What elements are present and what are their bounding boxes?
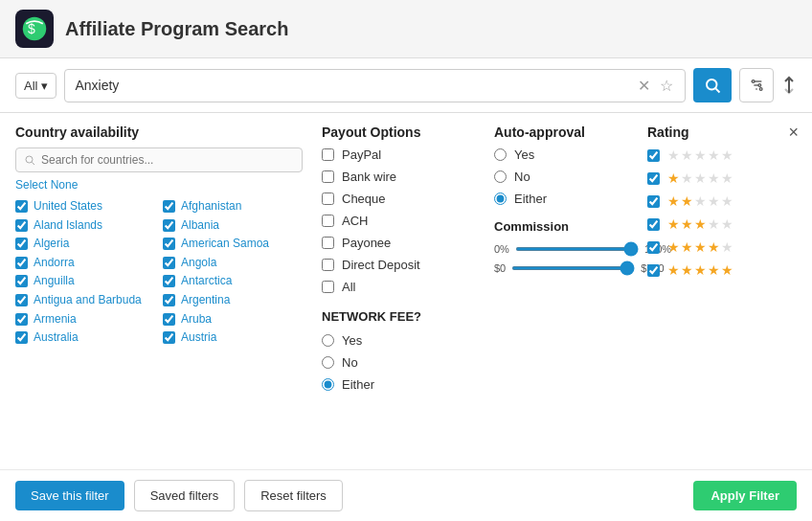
network-fee-radio[interactable] [322,378,334,391]
commission-dollar-slider[interactable] [511,266,635,270]
apply-filter-button[interactable]: Apply Filter [693,481,797,510]
payout-item: Payonee [322,236,475,250]
star-icon: ★ [721,193,733,209]
payout-label[interactable]: All [342,280,355,294]
payout-title: Payout Options [322,125,475,140]
saved-filters-button[interactable]: Saved filters [134,480,236,511]
country-label[interactable]: Afghanistan [181,199,241,215]
country-checkbox[interactable] [163,294,175,306]
network-fee-radio[interactable] [322,334,334,347]
auto-approval-radio[interactable] [494,193,507,205]
country-label[interactable]: Anguilla [34,274,75,289]
payout-label[interactable]: Bank wire [342,170,396,184]
country-label[interactable]: Argentina [181,293,230,308]
payout-checkbox[interactable] [322,281,334,293]
country-label[interactable]: Algeria [34,237,69,252]
star-icon: ★ [721,170,733,186]
network-fee-radio-label[interactable]: Either [342,377,374,392]
country-label[interactable]: Andorra [34,256,75,271]
payout-label[interactable]: PayPal [342,147,381,162]
network-fee-radio-label[interactable]: No [342,355,358,370]
country-item: Angola [163,256,303,271]
country-label[interactable]: Aruba [181,312,212,328]
rating-checkbox[interactable] [647,241,660,254]
commission-percent-slider[interactable] [515,247,639,251]
country-label[interactable]: Australia [34,330,79,346]
auto-approval-radio[interactable] [494,148,507,161]
country-checkbox[interactable] [15,238,28,250]
payout-label[interactable]: Payonee [342,236,391,250]
select-none-link[interactable]: Select None [15,178,303,192]
country-checkbox[interactable] [163,257,175,269]
search-category-dropdown[interactable]: All ▾ [15,73,56,99]
sort-button[interactable] [781,76,797,95]
auto-approval-radio-label[interactable]: No [514,170,530,184]
rating-section: Rating ★★★★★ ★★★★★ ★★★★★ ★★★★★ ★★★★★ ★★★… [647,125,772,458]
network-fee-section: NETWORK FEE? Yes No Either [322,309,475,392]
star-icon: ★ [667,170,680,186]
country-checkbox[interactable] [15,331,28,344]
close-button[interactable]: × [788,123,799,143]
rating-title: Rating [647,125,772,140]
clear-icon[interactable]: ✕ [636,75,652,97]
country-checkbox[interactable] [15,257,28,269]
save-filter-button[interactable]: Save this filter [15,481,124,510]
star-icon: ★ [681,216,693,232]
country-checkbox[interactable] [163,219,175,232]
payout-checkbox[interactable] [322,259,334,271]
country-label[interactable]: Aland Islands [34,218,102,234]
payout-checkbox[interactable] [322,215,334,227]
reset-filters-button[interactable]: Reset filters [244,480,343,511]
country-label[interactable]: American Samoa [181,237,269,252]
network-fee-radio-label[interactable]: Yes [342,333,362,348]
rating-checkbox[interactable] [647,218,660,231]
country-label[interactable]: United States [34,199,102,215]
country-checkbox[interactable] [15,219,28,232]
search-button[interactable] [693,68,732,102]
rating-checkbox[interactable] [647,172,660,185]
country-checkbox[interactable] [163,238,175,250]
country-checkbox[interactable] [163,313,175,326]
payout-checkbox[interactable] [322,170,334,183]
payout-checkbox[interactable] [322,193,334,205]
payout-checkbox[interactable] [322,148,334,161]
country-checkbox[interactable] [15,313,28,326]
country-item: Antarctica [163,274,303,289]
country-item: Aland Islands [15,218,155,234]
star-icon: ★ [694,262,707,278]
payout-label[interactable]: ACH [342,214,368,228]
auto-approval-radio[interactable] [494,170,507,183]
country-checkbox[interactable] [15,275,28,287]
payout-item: ACH [322,214,475,228]
star-icon: ★ [667,262,680,278]
rating-checkbox[interactable] [647,264,660,277]
star-icon: ★ [667,193,680,209]
search-input[interactable]: Anxiety [75,78,636,93]
country-label[interactable]: Antarctica [181,274,232,289]
country-checkbox[interactable] [15,200,28,213]
country-checkbox[interactable] [163,200,175,213]
network-fee-radio[interactable] [322,356,334,369]
star-icon: ★ [694,170,707,186]
country-label[interactable]: Austria [181,330,216,346]
auto-approval-radio-label[interactable]: Yes [514,147,534,162]
commission-percent-min: 0% [494,243,509,255]
country-label[interactable]: Antigua and Barbuda [34,293,142,308]
country-label[interactable]: Albania [181,218,219,234]
country-label[interactable]: Angola [181,256,216,271]
network-fee-title: NETWORK FEE? [322,309,475,324]
country-checkbox[interactable] [15,294,28,306]
payout-checkbox[interactable] [322,237,334,249]
auto-approval-radio-label[interactable]: Either [514,192,547,206]
rating-checkbox[interactable] [647,149,660,162]
payout-label[interactable]: Direct Deposit [342,258,420,272]
rating-checkbox[interactable] [647,195,660,208]
star-icon: ★ [681,170,693,186]
filter-settings-button[interactable] [739,68,774,102]
country-search-input[interactable] [41,153,294,167]
country-label[interactable]: Armenia [34,312,77,328]
bookmark-icon[interactable]: ☆ [658,75,675,97]
country-checkbox[interactable] [163,275,175,287]
payout-label[interactable]: Cheque [342,192,386,206]
country-checkbox[interactable] [163,331,175,344]
